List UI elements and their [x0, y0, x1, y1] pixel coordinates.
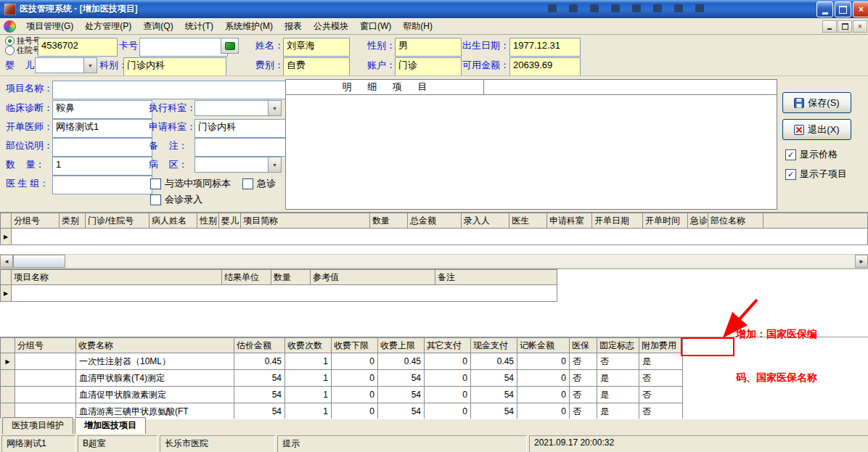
cell[interactable]: 54 [234, 403, 285, 420]
row-selector[interactable] [1, 387, 15, 403]
scroll-right-button[interactable]: ► [855, 255, 868, 268]
cell[interactable]: 0 [332, 387, 378, 403]
cell[interactable]: 0 [425, 353, 471, 370]
diagnosis-input[interactable]: 鞍鼻 [52, 100, 152, 119]
maximize-button[interactable] [835, 1, 851, 17]
column-header[interactable]: 录入人 [462, 213, 509, 229]
column-header[interactable]: 医生 [509, 213, 547, 229]
project-name-input[interactable] [52, 81, 287, 99]
order-doctor-input[interactable]: 网络测试1 [52, 119, 152, 138]
order-grid-empty-row[interactable]: ▶ [1, 229, 868, 245]
chevron-down-icon[interactable]: ▼ [268, 101, 281, 115]
cell[interactable]: 0 [517, 353, 570, 370]
patient-name-field[interactable]: 刘章海 [283, 38, 350, 57]
exit-button[interactable]: 退出(X) [782, 119, 851, 140]
cell[interactable]: 0.45 [234, 353, 285, 370]
column-header[interactable]: 收费名称 [76, 338, 234, 353]
cell[interactable]: 否 [570, 387, 597, 403]
cell[interactable]: 0 [425, 387, 471, 403]
minimize-button[interactable] [816, 1, 833, 17]
column-header[interactable]: 性别 [197, 213, 219, 229]
cell[interactable]: 否 [570, 370, 597, 387]
titlebar[interactable]: 医技管理系统 - [增加医技项目] × [0, 0, 868, 18]
empty-row-cell[interactable] [12, 285, 557, 302]
cell[interactable]: 0 [332, 370, 378, 387]
cell[interactable]: 否 [639, 370, 683, 387]
cell[interactable]: 0 [425, 403, 471, 420]
menu-item-project-mgmt[interactable]: 项目管理(G) [20, 18, 79, 35]
column-header[interactable]: 急诊 [688, 213, 708, 229]
tab-add-project[interactable]: 增加医技项目 [75, 417, 146, 435]
column-header[interactable]: 附加费用 [639, 338, 683, 353]
column-header[interactable]: 申请科室 [547, 213, 592, 229]
cell[interactable]: 54 [471, 387, 517, 403]
column-header[interactable]: 收费下限 [332, 338, 378, 353]
show-price-checkbox[interactable]: ✓ 显示价格 [785, 148, 838, 161]
column-header[interactable]: 其它支付 [425, 338, 471, 353]
remark-input[interactable] [195, 138, 287, 157]
cell[interactable]: 54 [378, 387, 425, 403]
cell[interactable]: 0 [425, 370, 471, 387]
column-header[interactable]: 结果单位 [222, 270, 271, 285]
mdi-close-button[interactable]: × [853, 20, 867, 33]
close-button[interactable]: × [853, 1, 868, 17]
column-header[interactable]: 收费次数 [285, 338, 332, 353]
scroll-left-button[interactable]: ◄ [0, 255, 13, 268]
chevron-down-icon[interactable]: ▼ [83, 58, 97, 73]
cell[interactable]: 54 [378, 403, 425, 420]
cell[interactable]: 0.45 [378, 353, 425, 370]
cell[interactable]: 1 [285, 353, 332, 370]
cell[interactable]: 是 [597, 370, 639, 387]
table-row[interactable]: 血清甲状腺素(T4)测定5410540540否是否 [1, 370, 683, 387]
column-header[interactable]: 数量 [271, 270, 311, 285]
column-header[interactable]: 总金额 [408, 213, 462, 229]
cell[interactable]: 是 [597, 403, 639, 420]
cell[interactable] [15, 370, 76, 387]
column-header[interactable]: 医保 [570, 338, 597, 353]
menu-item-public-module[interactable]: 公共模块 [308, 18, 354, 35]
menu-item-statistics[interactable]: 统计(T) [179, 18, 219, 35]
scrollbar-track[interactable] [65, 255, 855, 266]
column-header[interactable]: 类别 [60, 213, 86, 229]
gender-field[interactable]: 男 [395, 38, 462, 57]
chevron-down-icon[interactable]: ▼ [268, 157, 281, 172]
column-header[interactable]: 项目简称 [241, 213, 370, 229]
consult-entry-checkbox[interactable]: 会诊录入 [150, 193, 202, 206]
column-header[interactable]: 婴儿 [219, 213, 241, 229]
column-header[interactable]: 项目名称 [12, 270, 222, 285]
table-row[interactable]: ▶一次性注射器（10ML）0.45100.4500.450否否是 [1, 353, 683, 370]
cell[interactable]: 否 [639, 403, 683, 420]
cell[interactable]: 54 [234, 370, 285, 387]
row-selector[interactable] [1, 370, 15, 387]
column-header[interactable]: 备注 [435, 270, 557, 285]
exec-dept-select[interactable]: ▼ [195, 100, 282, 116]
scrollbar-thumb[interactable] [13, 255, 65, 268]
menu-item-prescription-mgmt[interactable]: 处方管理(P) [79, 18, 137, 35]
cell[interactable]: 否 [570, 403, 597, 420]
table-row[interactable]: 血清促甲状腺激素测定5410540540否是否 [1, 387, 683, 403]
cell[interactable]: 0 [517, 387, 570, 403]
column-header[interactable]: 病人姓名 [150, 213, 197, 229]
column-header[interactable]: 开单时间 [643, 213, 688, 229]
cell[interactable]: 1 [285, 403, 332, 420]
cell[interactable]: 一次性注射器（10ML） [76, 353, 234, 370]
birth-date-field[interactable]: 1977.12.31 [509, 38, 581, 57]
empty-row-cell[interactable] [12, 229, 868, 245]
column-header[interactable]: 记帐金额 [517, 338, 570, 353]
emergency-checkbox[interactable]: 急诊 [242, 177, 276, 190]
menu-item-system-maintenance[interactable]: 系统维护(M) [219, 18, 279, 35]
apply-dept-field[interactable]: 门诊内科 [195, 119, 287, 138]
cell[interactable]: 0 [332, 353, 378, 370]
column-header[interactable]: 分组号 [12, 213, 60, 229]
inpatient-no-radio[interactable]: 住院号 [5, 46, 41, 55]
column-header[interactable]: 固定标志 [597, 338, 639, 353]
cell[interactable]: 1 [285, 387, 332, 403]
column-header[interactable]: 现金支付 [471, 338, 517, 353]
cell[interactable]: 是 [639, 353, 683, 370]
cell[interactable]: 54 [234, 387, 285, 403]
column-header[interactable]: 收费上限 [378, 338, 425, 353]
mdi-minimize-button[interactable] [822, 20, 837, 33]
cell[interactable]: 否 [639, 387, 683, 403]
registration-no-input[interactable]: 4536702 [38, 38, 118, 57]
column-header[interactable]: 开单日期 [592, 213, 643, 229]
